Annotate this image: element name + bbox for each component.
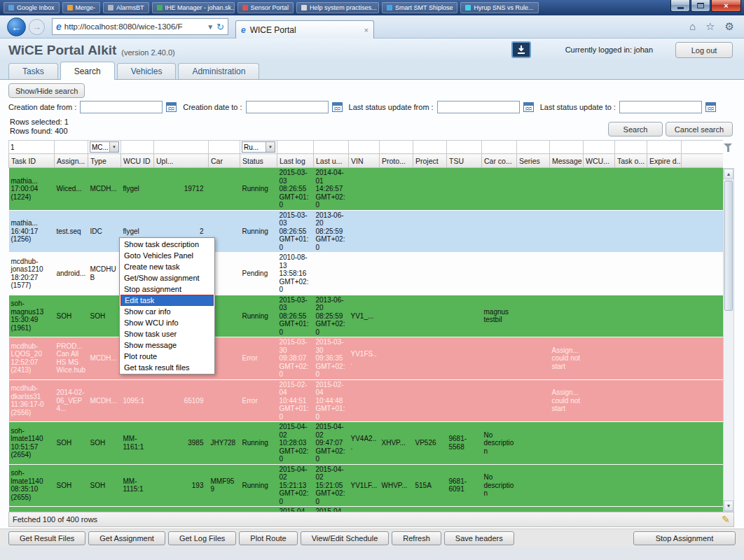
cell: [584, 464, 615, 507]
column-header[interactable]: WCU...: [584, 154, 615, 168]
column-header[interactable]: Car co...: [482, 154, 517, 168]
scrollbar-thumb[interactable]: [724, 181, 733, 311]
table-row[interactable]: soh-lmate1140 10:51:57 (2654)SOHSOHMM-11…: [9, 422, 724, 465]
favorites-star-icon[interactable]: ☆: [705, 20, 715, 33]
column-header[interactable]: Assign...: [55, 154, 88, 168]
rows-filter-value[interactable]: 1: [9, 141, 55, 154]
home-icon[interactable]: ⌂: [689, 20, 696, 33]
column-header[interactable]: TSU: [447, 154, 482, 168]
back-button[interactable]: ←: [7, 18, 26, 36]
context-menu-item[interactable]: Get task result files: [120, 362, 214, 373]
taskbar-item[interactable]: Hyrup SNS vs Rule...: [460, 2, 538, 13]
taskbar-item[interactable]: IHE Manager - johan.sk...: [152, 2, 235, 13]
close-window-button[interactable]: ×: [711, 0, 741, 12]
type-filter-dropdown[interactable]: MC...▼: [90, 141, 119, 153]
table-row[interactable]: soh-lmate1141 14:13:34 (2665)SOHSOHMM-11…: [9, 507, 724, 512]
table-row[interactable]: soh-lmate1140 08:35:10 (2655)SOHSOHMM-11…: [9, 464, 724, 507]
address-bar[interactable]: e http://localhost:8080/wice-1306/F ▼ ↻: [52, 18, 228, 35]
cell: magnus testbil: [482, 295, 517, 337]
tab-search[interactable]: Search: [60, 62, 115, 80]
calendar-icon[interactable]: [523, 102, 534, 112]
minimize-button[interactable]: [670, 0, 690, 12]
column-header[interactable]: Last u...: [314, 154, 349, 168]
pencil-icon[interactable]: ✎: [722, 514, 730, 525]
footer-button[interactable]: Get Result Files: [8, 531, 85, 545]
column-header[interactable]: Type: [88, 154, 121, 168]
column-header[interactable]: VIN: [349, 154, 380, 168]
context-menu-item[interactable]: Create new task: [120, 261, 214, 272]
browser-tab[interactable]: e WICE Portal ×: [235, 20, 374, 38]
context-menu-item[interactable]: Show task description: [120, 239, 214, 250]
context-menu-item[interactable]: Stop assignment: [120, 284, 214, 295]
calendar-icon[interactable]: [166, 102, 177, 112]
column-header[interactable]: WCU ID: [121, 154, 154, 168]
footer-button[interactable]: Plot Route: [239, 531, 297, 545]
date-filter-input[interactable]: [80, 101, 163, 113]
show-hide-search-button[interactable]: Show/Hide search: [8, 83, 85, 98]
table-row[interactable]: mcdhub-LQOS_20 12:52:07 (2413)PROD... Ca…: [9, 337, 724, 380]
search-button[interactable]: Search: [608, 122, 663, 136]
table-row[interactable]: mcdhub-jonas1210 18:20:27 (1577)android.…: [9, 253, 724, 295]
column-header[interactable]: Task o...: [615, 154, 647, 168]
url-text[interactable]: http://localhost:8080/wice-1306/F: [64, 22, 204, 31]
footer-button[interactable]: Refresh: [392, 531, 441, 545]
context-menu-item[interactable]: Show message: [120, 340, 214, 351]
taskbar-item[interactable]: Merge-: [62, 2, 101, 13]
scroll-down-icon[interactable]: ▼: [724, 500, 733, 511]
address-dropdown-icon[interactable]: ▼: [207, 23, 214, 31]
column-header[interactable]: Car: [209, 154, 240, 168]
table-row[interactable]: soh-magnus13 15:30:49 (1961)SOHSOHRunnin…: [9, 295, 724, 337]
forward-button[interactable]: →: [29, 19, 45, 35]
context-menu-item[interactable]: Show car info: [120, 306, 214, 317]
table-row[interactable]: mathia... 16:40:17 (1256)test.seqIDCflyg…: [9, 210, 724, 253]
table-row[interactable]: mathia... 17:00:04 (1224)Wiced...MCDH...…: [9, 168, 724, 211]
footer-button[interactable]: Save headers: [444, 531, 514, 545]
filter-funnel-icon[interactable]: [724, 144, 732, 152]
column-header[interactable]: Series: [517, 154, 550, 168]
table-row[interactable]: mcdhub-dkarlss31 11:36:17-0 (2556)2014-0…: [9, 379, 724, 422]
calendar-icon[interactable]: [332, 102, 343, 112]
column-header[interactable]: Project: [413, 154, 447, 168]
context-menu-item[interactable]: Goto Vehicles Panel: [120, 250, 214, 261]
download-icon[interactable]: [511, 41, 531, 58]
tab-close-icon[interactable]: ×: [364, 26, 368, 34]
context-menu-item[interactable]: Get/Show assignment: [120, 272, 214, 284]
footer-button[interactable]: Get Assignment: [88, 531, 165, 545]
taskbar-item[interactable]: Help system practises...: [296, 2, 379, 13]
column-header[interactable]: Proto...: [380, 154, 413, 168]
logout-button[interactable]: Log out: [675, 42, 733, 58]
stop-assignment-button[interactable]: Stop Assignment: [633, 531, 736, 545]
context-menu-item[interactable]: Show WCU info: [120, 317, 214, 328]
footer-button[interactable]: Get Log Files: [168, 531, 236, 545]
context-menu-item[interactable]: Show task user: [120, 328, 214, 340]
column-header[interactable]: Last log: [277, 154, 314, 168]
vertical-scrollbar[interactable]: ▲ ▼: [723, 168, 734, 512]
date-filter-input[interactable]: [619, 101, 702, 113]
column-header[interactable]: Expire d...: [647, 154, 682, 168]
taskbar-item[interactable]: Smart SMT Shiplose: [382, 2, 457, 13]
context-menu-item[interactable]: Plot route: [120, 351, 214, 362]
tab-administration[interactable]: Administration: [178, 63, 259, 79]
scroll-up-icon[interactable]: ▲: [724, 169, 733, 179]
column-header[interactable]: Status: [240, 154, 277, 168]
footer-button[interactable]: View/Edit Schedule: [301, 531, 390, 545]
maximize-button[interactable]: [691, 0, 710, 12]
cell: [615, 464, 647, 507]
taskbar-item[interactable]: AlarmsBT: [103, 2, 149, 13]
column-header[interactable]: Upl...: [154, 154, 209, 168]
status-filter-dropdown[interactable]: Ru...▼: [242, 141, 275, 153]
cancel-search-button[interactable]: Cancel search: [666, 122, 733, 136]
tab-tasks[interactable]: Tasks: [8, 63, 58, 79]
context-menu-item[interactable]: Edit task: [120, 295, 214, 306]
date-filter-input[interactable]: [437, 101, 520, 113]
refresh-icon[interactable]: ↻: [216, 22, 224, 32]
cell: [615, 295, 647, 337]
tab-vehicles[interactable]: Vehicles: [117, 63, 177, 79]
taskbar-item[interactable]: Sensor Portal: [237, 2, 294, 13]
settings-gear-icon[interactable]: ⚙: [725, 20, 734, 33]
taskbar-item[interactable]: Google Inbox: [4, 2, 60, 13]
calendar-icon[interactable]: [705, 102, 716, 112]
column-header[interactable]: Message: [550, 154, 584, 168]
date-filter-input[interactable]: [246, 101, 329, 113]
column-header[interactable]: Task ID: [9, 154, 55, 168]
